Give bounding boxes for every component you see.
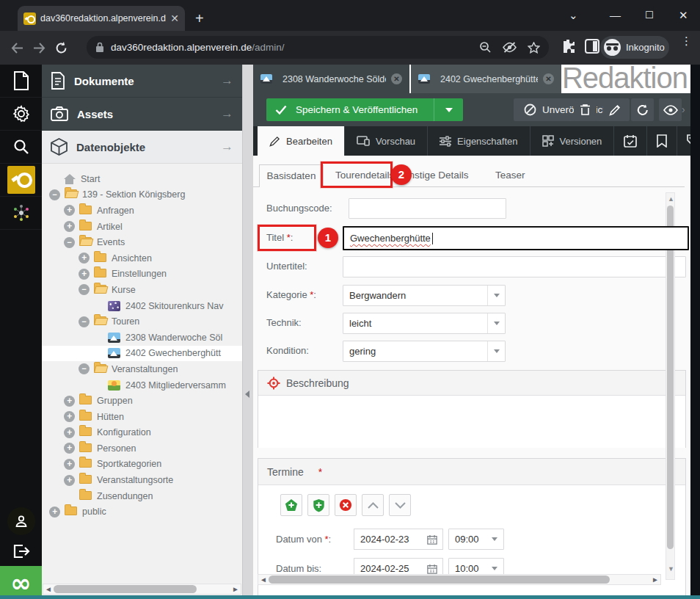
beschreibung-editor[interactable] — [258, 396, 685, 448]
tab-close-icon[interactable]: ✕ — [391, 73, 402, 84]
save-options-dropdown[interactable] — [434, 98, 463, 121]
eye-hidden-icon[interactable] — [503, 42, 517, 53]
url-bar[interactable]: dav360redaktion.alpenverein.de/admin/ — [87, 36, 549, 59]
add-block-button[interactable] — [307, 494, 329, 516]
datum-von-time-select[interactable]: 09:00 — [448, 529, 504, 550]
tab-tags[interactable] — [677, 126, 690, 156]
tab-close-icon[interactable]: ✕ — [543, 73, 554, 84]
rename-button[interactable] — [603, 98, 626, 121]
expand-icon[interactable] — [79, 253, 90, 264]
user-avatar[interactable] — [7, 507, 35, 535]
back-button[interactable] — [6, 37, 28, 59]
collapse-panel-icon[interactable] — [245, 391, 249, 398]
tree-item[interactable]: 2402 Skitourenkurs Nav — [42, 298, 242, 314]
collapse-icon[interactable] — [64, 237, 75, 248]
subtab-teaser[interactable]: Teaser — [495, 164, 525, 186]
kondition-select[interactable]: gering — [343, 341, 506, 362]
rail-pimcore-item[interactable] — [0, 164, 42, 197]
tree-item[interactable]: Personen — [42, 440, 242, 457]
pimcore-infinity-logo[interactable] — [0, 566, 42, 599]
titel-input[interactable]: Gwechenberghütte — [343, 226, 689, 250]
kategorie-select[interactable]: Bergwandern — [343, 285, 506, 306]
incognito-badge[interactable]: Inkognito — [600, 36, 669, 59]
dropdown-trigger[interactable] — [487, 313, 505, 333]
collapse-icon[interactable] — [79, 363, 90, 374]
dropdown-trigger[interactable] — [487, 286, 505, 305]
extensions-puzzle-icon[interactable] — [560, 38, 576, 54]
object-tab-gwechenberghuette-active[interactable]: 2402 Gwechenberghütte ✕ — [411, 65, 561, 93]
logout-icon[interactable] — [12, 542, 30, 560]
locate-in-tree-button[interactable] — [659, 98, 682, 121]
collapse-icon[interactable] — [79, 284, 90, 295]
expand-icon[interactable] — [64, 411, 75, 422]
accordion-section-datenobjekte[interactable]: Datenobjekte → — [42, 131, 242, 164]
tree-item[interactable]: Hütten — [42, 409, 242, 425]
calendar-icon[interactable] — [427, 534, 437, 545]
remove-block-button[interactable] — [335, 494, 357, 516]
object-tab-wanderwoche[interactable]: 2308 Wanderwoche Sölden ✕ — [253, 65, 409, 93]
tree-item[interactable]: Konfiguration — [42, 425, 242, 441]
accordion-section-dokumente[interactable]: Dokumente → — [42, 65, 242, 98]
reload-object-button[interactable] — [631, 98, 654, 121]
side-panel-icon[interactable] — [585, 39, 599, 54]
rail-settings-item[interactable] — [0, 98, 42, 131]
tree-item[interactable]: Kurse — [42, 282, 242, 298]
rail-datahub-item[interactable] — [0, 197, 42, 230]
tab-close-icon[interactable]: ✕ — [170, 13, 179, 23]
form-horizontal-scrollbar[interactable]: ◄ ► — [258, 574, 661, 585]
browser-tab[interactable]: dav360redaktion.alpenverein.de ✕ — [18, 6, 185, 31]
accordion-section-assets[interactable]: Assets → — [42, 98, 242, 131]
browser-menu-kebab-icon[interactable]: ⋮ — [681, 37, 692, 44]
scroll-down-icon[interactable]: ▼ — [668, 565, 674, 573]
tab-vorschau[interactable]: Vorschau — [345, 126, 428, 156]
tree-item[interactable]: Gruppen — [42, 393, 242, 409]
buchungscode-input[interactable] — [349, 198, 506, 219]
tab-search-chevron-icon[interactable]: ⌄ — [569, 9, 578, 22]
tree-item[interactable]: 139 - Sektion Königsberg — [42, 187, 242, 203]
expand-icon[interactable] — [64, 396, 75, 407]
untertitel-input[interactable] — [343, 256, 686, 277]
rail-search-item[interactable] — [0, 131, 42, 164]
tree-item[interactable]: Zusendungen — [42, 488, 242, 504]
save-publish-button[interactable]: Speichern & Veröffentlichen — [266, 98, 463, 121]
window-maximize-button[interactable]: ☐ — [645, 10, 654, 21]
bookmark-star-icon[interactable] — [528, 42, 540, 54]
tree-item[interactable]: Anfragen — [42, 203, 242, 219]
zoom-out-icon[interactable] — [479, 41, 492, 54]
subtab-basisdaten[interactable]: Basisdaten — [259, 164, 324, 187]
scroll-left-icon[interactable]: ◄ — [43, 586, 54, 593]
tab-bearbeiten[interactable]: Bearbeiten — [258, 126, 345, 156]
expand-icon[interactable] — [49, 507, 60, 518]
tree-horizontal-scrollbar[interactable]: ◄ ► — [43, 584, 241, 595]
tab-notes[interactable] — [647, 126, 677, 156]
expand-icon[interactable] — [64, 475, 75, 486]
scroll-thumb[interactable] — [269, 576, 610, 584]
expand-icon[interactable] — [64, 221, 75, 232]
dropdown-trigger[interactable] — [487, 341, 505, 361]
tree-item[interactable]: Events — [42, 234, 242, 250]
move-up-button[interactable] — [362, 494, 384, 516]
expand-icon[interactable] — [64, 443, 75, 454]
scroll-left-icon[interactable]: ◄ — [258, 576, 269, 584]
tree-item-selected[interactable]: 2402 Gwechenberghütt — [42, 346, 242, 362]
reload-button[interactable] — [50, 37, 72, 59]
add-entry-button[interactable] — [280, 494, 302, 516]
tree-item[interactable]: 2308 Wanderwoche Söl — [42, 330, 242, 346]
new-tab-button[interactable]: + — [195, 10, 204, 27]
move-down-button[interactable] — [389, 494, 411, 516]
tree-item[interactable]: Veranstaltungsorte — [42, 472, 242, 488]
technik-select[interactable]: leicht — [343, 313, 506, 334]
panel-splitter[interactable] — [242, 65, 253, 599]
collapse-icon[interactable] — [79, 316, 90, 327]
tree-item-start[interactable]: Start — [42, 171, 242, 187]
forward-button[interactable] — [28, 37, 50, 59]
scroll-thumb[interactable] — [667, 206, 674, 549]
scroll-thumb[interactable] — [54, 585, 197, 593]
calendar-icon[interactable] — [427, 564, 437, 574]
expand-icon[interactable] — [64, 205, 75, 216]
tree-item[interactable]: Sportkategorien — [42, 457, 242, 473]
scroll-up-icon[interactable]: ▲ — [668, 195, 674, 203]
tree-item[interactable]: Ansichten — [42, 250, 242, 266]
dropdown-trigger[interactable] — [486, 529, 503, 549]
collapse-icon[interactable] — [49, 189, 60, 200]
